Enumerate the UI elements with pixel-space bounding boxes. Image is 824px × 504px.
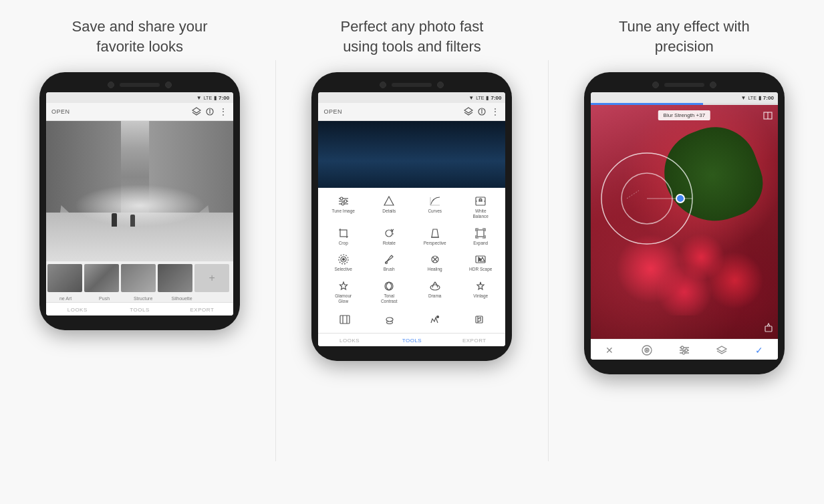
svg-point-41 <box>386 318 393 322</box>
photo-1 <box>46 121 233 261</box>
info-icon-2[interactable] <box>477 107 487 116</box>
curves-label: Curves <box>428 209 442 214</box>
tool-selective[interactable]: Selective <box>321 250 366 275</box>
tool-tune-image[interactable]: Tune Image <box>321 192 366 223</box>
circle-target-icon[interactable] <box>640 344 654 357</box>
phone-3: ▼ LTE ▮ 7:00 Blur Strength +37 <box>584 72 785 374</box>
tool-crop[interactable]: Crop <box>321 224 366 249</box>
section-3-title: Tune any effect with precision <box>619 13 750 60</box>
person-silhouette-2 <box>130 215 135 227</box>
thumbnail-1[interactable] <box>47 264 82 292</box>
tool-extra-3[interactable] <box>412 310 456 329</box>
tool-drama[interactable]: Drama <box>412 277 457 307</box>
nav-export-1[interactable]: EXPORT <box>171 307 233 313</box>
tool-glamour[interactable]: Glamour Glow <box>321 277 366 307</box>
svg-point-59 <box>681 346 684 349</box>
drama-label: Drama <box>428 293 442 299</box>
svg-point-7 <box>482 110 483 110</box>
header-icons-1: ⋮ <box>192 107 228 116</box>
tool-curves[interactable]: Curves <box>412 192 457 223</box>
export-icon[interactable] <box>765 323 773 332</box>
tool-rotate[interactable]: Rotate <box>367 224 412 249</box>
svg-rect-43 <box>476 316 483 323</box>
nav-tools-1[interactable]: TOOLS <box>108 307 170 313</box>
fog <box>74 184 205 227</box>
layers-icon-3[interactable] <box>715 344 728 357</box>
svg-point-24 <box>386 230 392 237</box>
info-icon-1[interactable] <box>205 107 215 116</box>
tool-extra-4[interactable] <box>456 310 501 329</box>
tool-white-balance[interactable]: White Balance <box>458 192 503 223</box>
person-silhouette <box>112 213 117 227</box>
extra-icon-1 <box>338 313 352 326</box>
time-display-1: 7:00 <box>219 95 229 101</box>
tool-extra-1[interactable] <box>322 310 367 329</box>
battery-icon-2: ▮ <box>486 95 489 101</box>
svg-line-51 <box>627 191 639 199</box>
nav-export-2[interactable]: EXPORT <box>443 338 505 344</box>
tool-expand[interactable]: Expand <box>458 224 503 249</box>
svg-rect-52 <box>765 326 772 332</box>
tool-healing[interactable]: Healing <box>412 250 457 275</box>
hdr-label: HDR Scape <box>469 267 492 272</box>
nav-looks-2[interactable]: LOOKS <box>318 338 380 344</box>
healing-icon <box>428 253 442 265</box>
more-icon-1[interactable]: ⋮ <box>219 107 228 116</box>
wifi-icon: ▼ <box>196 95 202 101</box>
section-save-share: Save and share your favorite looks ▼ LTE… <box>9 13 270 330</box>
blur-overlay[interactable] <box>593 145 700 252</box>
expand-icon <box>474 227 487 239</box>
brush-icon <box>382 253 396 265</box>
svg-marker-25 <box>432 229 438 237</box>
tool-details[interactable]: Details <box>367 192 412 223</box>
status-bar-3: ▼ LTE ▮ 7:00 <box>591 92 778 103</box>
battery-icon: ▮ <box>214 95 217 101</box>
confirm-button[interactable]: ✓ <box>752 344 766 357</box>
svg-point-50 <box>676 195 684 203</box>
wifi-icon-2: ▼ <box>468 95 474 101</box>
phone-3-top <box>591 82 778 88</box>
thumbnail-5[interactable]: + <box>194 264 229 292</box>
more-icon-2[interactable]: ⋮ <box>491 107 500 116</box>
section-precision: Tune any effect with precision ▼ LTE ▮ 7… <box>554 13 815 374</box>
look-label-2: Push <box>85 296 124 301</box>
tool-hdr[interactable]: HDR Scape <box>458 250 503 275</box>
thumbnail-3[interactable] <box>121 264 156 292</box>
layers-icon-2[interactable] <box>464 107 473 116</box>
thumbnail-4[interactable] <box>158 264 192 292</box>
white-balance-label: White Balance <box>472 209 489 219</box>
nav-looks-1[interactable]: LOOKS <box>46 307 108 313</box>
tool-tonal[interactable]: Tonal Contrast <box>367 277 412 307</box>
tool-vintage[interactable]: Vintage <box>458 277 503 307</box>
open-button-1[interactable]: OPEN <box>51 108 70 115</box>
selective-label: Selective <box>335 267 352 272</box>
thumbnail-2[interactable] <box>84 264 119 292</box>
tool-extra-2[interactable] <box>367 310 412 329</box>
time-display-3: 7:00 <box>763 95 774 101</box>
layers-icon-1[interactable] <box>192 107 201 116</box>
svg-rect-19 <box>340 230 347 237</box>
tools-panel: Tune Image Details <box>318 188 505 333</box>
svg-marker-35 <box>480 257 485 261</box>
bottom-toolbar: ✕ <box>591 339 778 360</box>
perspective-label: Perspective <box>424 241 446 246</box>
tool-perspective[interactable]: Perspective <box>412 224 457 249</box>
divider-2 <box>548 60 549 461</box>
phone-1: ▼ LTE ▮ 7:00 OPEN <box>39 72 240 330</box>
phone-1-camera <box>108 82 114 88</box>
svg-marker-62 <box>717 346 726 352</box>
cancel-button[interactable]: ✕ <box>603 344 616 357</box>
nav-tools-2[interactable]: TOOLS <box>381 338 443 344</box>
phone-1-camera-2 <box>165 82 172 88</box>
battery-icon-3: ▮ <box>759 95 761 101</box>
sliders-icon[interactable] <box>678 344 691 357</box>
bottom-nav-1: LOOKS TOOLS EXPORT <box>46 302 233 316</box>
tune-image-icon <box>337 195 350 207</box>
phone-2-bottom <box>318 346 505 352</box>
svg-point-3 <box>210 110 211 110</box>
open-button-2[interactable]: OPEN <box>323 108 342 115</box>
thumbnail-strip: + <box>46 261 233 295</box>
tonal-label: Tonal Contrast <box>381 293 398 304</box>
extra-icon-3 <box>428 313 441 326</box>
tool-brush[interactable]: Brush <box>367 250 412 275</box>
